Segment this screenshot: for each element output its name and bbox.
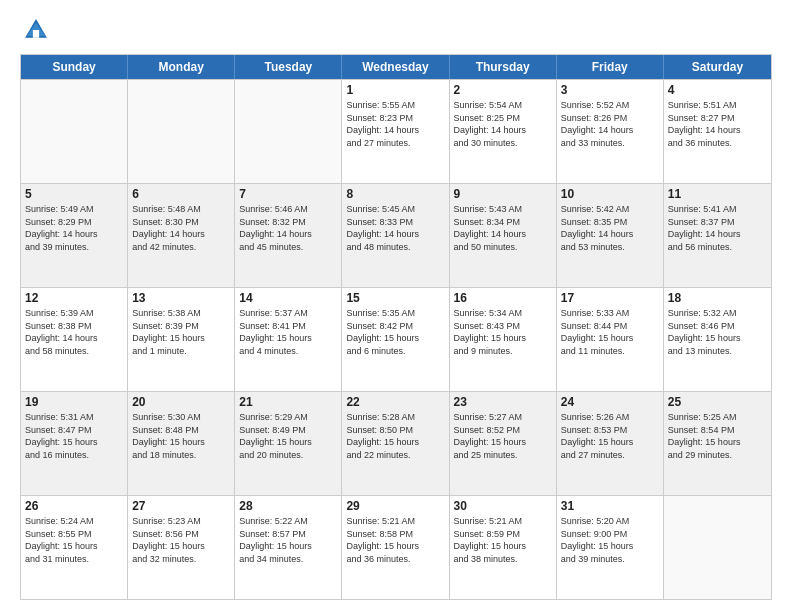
day-number: 14 — [239, 291, 337, 305]
cell-info: Sunrise: 5:51 AM Sunset: 8:27 PM Dayligh… — [668, 99, 767, 149]
cell-info: Sunrise: 5:37 AM Sunset: 8:41 PM Dayligh… — [239, 307, 337, 357]
cal-cell-day-10: 10Sunrise: 5:42 AM Sunset: 8:35 PM Dayli… — [557, 184, 664, 287]
day-number: 10 — [561, 187, 659, 201]
cell-info: Sunrise: 5:34 AM Sunset: 8:43 PM Dayligh… — [454, 307, 552, 357]
cal-row-0: 1Sunrise: 5:55 AM Sunset: 8:23 PM Daylig… — [21, 79, 771, 183]
cal-cell-day-22: 22Sunrise: 5:28 AM Sunset: 8:50 PM Dayli… — [342, 392, 449, 495]
cell-info: Sunrise: 5:29 AM Sunset: 8:49 PM Dayligh… — [239, 411, 337, 461]
day-number: 7 — [239, 187, 337, 201]
cal-cell-day-2: 2Sunrise: 5:54 AM Sunset: 8:25 PM Daylig… — [450, 80, 557, 183]
cell-info: Sunrise: 5:30 AM Sunset: 8:48 PM Dayligh… — [132, 411, 230, 461]
cell-info: Sunrise: 5:45 AM Sunset: 8:33 PM Dayligh… — [346, 203, 444, 253]
cal-row-2: 12Sunrise: 5:39 AM Sunset: 8:38 PM Dayli… — [21, 287, 771, 391]
day-number: 9 — [454, 187, 552, 201]
cal-header-sunday: Sunday — [21, 55, 128, 79]
cal-cell-day-9: 9Sunrise: 5:43 AM Sunset: 8:34 PM Daylig… — [450, 184, 557, 287]
cal-cell-day-20: 20Sunrise: 5:30 AM Sunset: 8:48 PM Dayli… — [128, 392, 235, 495]
cal-cell-day-12: 12Sunrise: 5:39 AM Sunset: 8:38 PM Dayli… — [21, 288, 128, 391]
day-number: 11 — [668, 187, 767, 201]
cell-info: Sunrise: 5:31 AM Sunset: 8:47 PM Dayligh… — [25, 411, 123, 461]
header — [20, 16, 772, 44]
svg-rect-2 — [33, 30, 39, 38]
day-number: 2 — [454, 83, 552, 97]
day-number: 8 — [346, 187, 444, 201]
day-number: 13 — [132, 291, 230, 305]
cell-info: Sunrise: 5:55 AM Sunset: 8:23 PM Dayligh… — [346, 99, 444, 149]
day-number: 3 — [561, 83, 659, 97]
cal-cell-day-25: 25Sunrise: 5:25 AM Sunset: 8:54 PM Dayli… — [664, 392, 771, 495]
cal-cell-empty — [235, 80, 342, 183]
cal-header-friday: Friday — [557, 55, 664, 79]
cal-cell-day-11: 11Sunrise: 5:41 AM Sunset: 8:37 PM Dayli… — [664, 184, 771, 287]
cal-cell-day-27: 27Sunrise: 5:23 AM Sunset: 8:56 PM Dayli… — [128, 496, 235, 599]
cell-info: Sunrise: 5:24 AM Sunset: 8:55 PM Dayligh… — [25, 515, 123, 565]
cal-row-1: 5Sunrise: 5:49 AM Sunset: 8:29 PM Daylig… — [21, 183, 771, 287]
cell-info: Sunrise: 5:22 AM Sunset: 8:57 PM Dayligh… — [239, 515, 337, 565]
day-number: 16 — [454, 291, 552, 305]
day-number: 30 — [454, 499, 552, 513]
cal-cell-day-16: 16Sunrise: 5:34 AM Sunset: 8:43 PM Dayli… — [450, 288, 557, 391]
cell-info: Sunrise: 5:21 AM Sunset: 8:58 PM Dayligh… — [346, 515, 444, 565]
cal-cell-day-3: 3Sunrise: 5:52 AM Sunset: 8:26 PM Daylig… — [557, 80, 664, 183]
day-number: 24 — [561, 395, 659, 409]
day-number: 29 — [346, 499, 444, 513]
cal-cell-empty — [664, 496, 771, 599]
day-number: 12 — [25, 291, 123, 305]
cal-cell-day-29: 29Sunrise: 5:21 AM Sunset: 8:58 PM Dayli… — [342, 496, 449, 599]
cal-cell-empty — [21, 80, 128, 183]
day-number: 25 — [668, 395, 767, 409]
day-number: 20 — [132, 395, 230, 409]
cell-info: Sunrise: 5:52 AM Sunset: 8:26 PM Dayligh… — [561, 99, 659, 149]
cal-header-monday: Monday — [128, 55, 235, 79]
cal-cell-day-21: 21Sunrise: 5:29 AM Sunset: 8:49 PM Dayli… — [235, 392, 342, 495]
day-number: 1 — [346, 83, 444, 97]
cal-cell-day-24: 24Sunrise: 5:26 AM Sunset: 8:53 PM Dayli… — [557, 392, 664, 495]
cal-header-thursday: Thursday — [450, 55, 557, 79]
day-number: 18 — [668, 291, 767, 305]
cell-info: Sunrise: 5:46 AM Sunset: 8:32 PM Dayligh… — [239, 203, 337, 253]
cal-cell-day-1: 1Sunrise: 5:55 AM Sunset: 8:23 PM Daylig… — [342, 80, 449, 183]
cal-header-tuesday: Tuesday — [235, 55, 342, 79]
cell-info: Sunrise: 5:28 AM Sunset: 8:50 PM Dayligh… — [346, 411, 444, 461]
cal-cell-day-30: 30Sunrise: 5:21 AM Sunset: 8:59 PM Dayli… — [450, 496, 557, 599]
day-number: 15 — [346, 291, 444, 305]
cal-row-3: 19Sunrise: 5:31 AM Sunset: 8:47 PM Dayli… — [21, 391, 771, 495]
cell-info: Sunrise: 5:32 AM Sunset: 8:46 PM Dayligh… — [668, 307, 767, 357]
cal-cell-day-19: 19Sunrise: 5:31 AM Sunset: 8:47 PM Dayli… — [21, 392, 128, 495]
day-number: 31 — [561, 499, 659, 513]
logo-icon — [22, 16, 50, 44]
day-number: 17 — [561, 291, 659, 305]
cal-cell-day-8: 8Sunrise: 5:45 AM Sunset: 8:33 PM Daylig… — [342, 184, 449, 287]
cal-cell-day-4: 4Sunrise: 5:51 AM Sunset: 8:27 PM Daylig… — [664, 80, 771, 183]
day-number: 28 — [239, 499, 337, 513]
cell-info: Sunrise: 5:54 AM Sunset: 8:25 PM Dayligh… — [454, 99, 552, 149]
day-number: 6 — [132, 187, 230, 201]
cell-info: Sunrise: 5:33 AM Sunset: 8:44 PM Dayligh… — [561, 307, 659, 357]
cal-cell-day-31: 31Sunrise: 5:20 AM Sunset: 9:00 PM Dayli… — [557, 496, 664, 599]
cell-info: Sunrise: 5:41 AM Sunset: 8:37 PM Dayligh… — [668, 203, 767, 253]
day-number: 21 — [239, 395, 337, 409]
cell-info: Sunrise: 5:35 AM Sunset: 8:42 PM Dayligh… — [346, 307, 444, 357]
calendar-body: 1Sunrise: 5:55 AM Sunset: 8:23 PM Daylig… — [21, 79, 771, 599]
day-number: 27 — [132, 499, 230, 513]
cal-cell-day-17: 17Sunrise: 5:33 AM Sunset: 8:44 PM Dayli… — [557, 288, 664, 391]
cell-info: Sunrise: 5:27 AM Sunset: 8:52 PM Dayligh… — [454, 411, 552, 461]
cal-row-4: 26Sunrise: 5:24 AM Sunset: 8:55 PM Dayli… — [21, 495, 771, 599]
day-number: 19 — [25, 395, 123, 409]
cell-info: Sunrise: 5:25 AM Sunset: 8:54 PM Dayligh… — [668, 411, 767, 461]
day-number: 26 — [25, 499, 123, 513]
logo — [20, 16, 50, 44]
page: SundayMondayTuesdayWednesdayThursdayFrid… — [0, 0, 792, 612]
cell-info: Sunrise: 5:49 AM Sunset: 8:29 PM Dayligh… — [25, 203, 123, 253]
day-number: 4 — [668, 83, 767, 97]
cal-cell-day-7: 7Sunrise: 5:46 AM Sunset: 8:32 PM Daylig… — [235, 184, 342, 287]
calendar-header: SundayMondayTuesdayWednesdayThursdayFrid… — [21, 55, 771, 79]
cell-info: Sunrise: 5:38 AM Sunset: 8:39 PM Dayligh… — [132, 307, 230, 357]
cal-cell-empty — [128, 80, 235, 183]
cell-info: Sunrise: 5:20 AM Sunset: 9:00 PM Dayligh… — [561, 515, 659, 565]
cell-info: Sunrise: 5:21 AM Sunset: 8:59 PM Dayligh… — [454, 515, 552, 565]
cell-info: Sunrise: 5:23 AM Sunset: 8:56 PM Dayligh… — [132, 515, 230, 565]
cal-cell-day-26: 26Sunrise: 5:24 AM Sunset: 8:55 PM Dayli… — [21, 496, 128, 599]
cal-cell-day-28: 28Sunrise: 5:22 AM Sunset: 8:57 PM Dayli… — [235, 496, 342, 599]
cal-cell-day-23: 23Sunrise: 5:27 AM Sunset: 8:52 PM Dayli… — [450, 392, 557, 495]
